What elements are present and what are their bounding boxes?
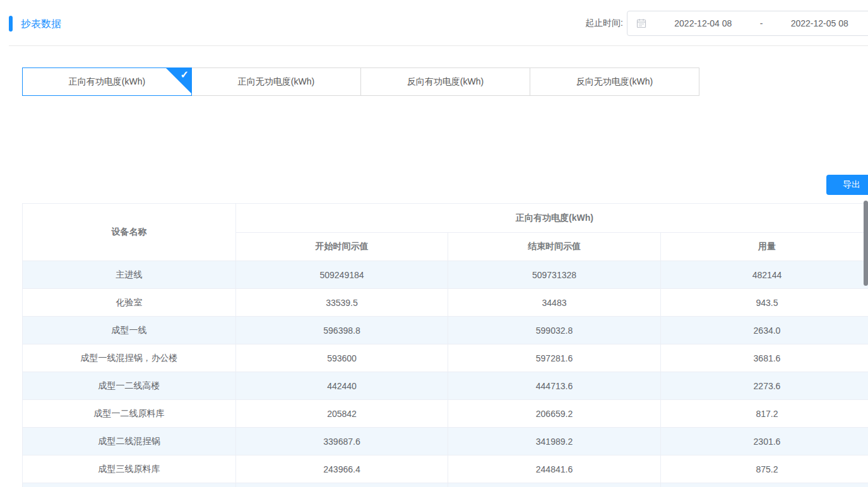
- table-row: 成型一二线高楼 442440 444713.6 2273.6: [23, 372, 868, 400]
- title-accent-bar: [9, 16, 13, 32]
- table-row: 主进线 509249184 509731328 482144: [23, 261, 868, 289]
- vertical-scrollbar[interactable]: [864, 201, 868, 286]
- usage-value-cell: [661, 483, 868, 487]
- tab-label: 反向无功电度(kWh): [576, 76, 653, 88]
- usage-value-cell: 482144: [661, 261, 868, 289]
- energy-type-tabs: 正向有功电度(kWh) ✓ 正向无功电度(kWh) 反向有功电度(kWh) 反向…: [22, 67, 699, 96]
- meter-data-table: 设备名称 正向有功电度(kWh) 开始时间示值 结束时间示值 用量 主进线 50…: [22, 203, 868, 487]
- tab-reverse-reactive-energy[interactable]: 反向无功电度(kWh): [530, 67, 699, 96]
- table-row: 成型一二线原料库 205842 206659.2 817.2: [23, 400, 868, 428]
- start-value-cell: 442440: [236, 372, 448, 400]
- end-value-cell: 34483: [448, 289, 661, 317]
- device-name-cell: 成型三线原料库: [23, 455, 236, 483]
- check-icon: ✓: [181, 69, 189, 81]
- end-value-cell: 597281.6: [448, 344, 661, 372]
- column-group-header: 正向有功电度(kWh): [236, 204, 868, 233]
- usage-value-cell: 875.2: [661, 455, 868, 483]
- end-value-cell: 244841.6: [448, 455, 661, 483]
- usage-value-cell: 3681.6: [661, 344, 868, 372]
- date-range-label: 起止时间:: [585, 18, 623, 29]
- start-value-cell: 596398.8: [236, 317, 448, 344]
- device-name-cell: [23, 483, 236, 487]
- date-separator: -: [758, 18, 766, 28]
- start-value-cell: 243966.4: [236, 455, 448, 483]
- device-name-cell: 成型一线混捏锅，办公楼: [23, 344, 236, 372]
- tab-label: 反向有功电度(kWh): [407, 76, 484, 88]
- table-row: 成型一线混捏锅，办公楼 593600 597281.6 3681.6: [23, 344, 868, 372]
- end-value-cell: 444713.6: [448, 372, 661, 400]
- device-name-cell: 成型二线混捏锅: [23, 428, 236, 455]
- device-name-cell: 化验室: [23, 289, 236, 317]
- table-row: 成型一线 596398.8 599032.8 2634.0: [23, 317, 868, 344]
- calendar-icon: [636, 18, 646, 28]
- device-name-cell: 成型一线: [23, 317, 236, 344]
- usage-value-cell: 943.5: [661, 289, 868, 317]
- device-name-cell: 成型一二线高楼: [23, 372, 236, 400]
- end-value-cell: 206659.2: [448, 400, 661, 428]
- column-header-device: 设备名称: [23, 204, 236, 261]
- start-value-cell: 205842: [236, 400, 448, 428]
- usage-value-cell: 2634.0: [661, 317, 868, 344]
- start-value-cell: 339687.6: [236, 428, 448, 455]
- start-value-cell: 33539.5: [236, 289, 448, 317]
- tab-forward-reactive-energy[interactable]: 正向无功电度(kWh): [191, 67, 361, 96]
- table-body: 主进线 509249184 509731328 482144 化验室 33539…: [23, 261, 868, 487]
- device-name-cell: 成型一二线原料库: [23, 400, 236, 428]
- start-value-cell: 509249184: [236, 261, 448, 289]
- end-value-cell: 509731328: [448, 261, 661, 289]
- usage-value-cell: 817.2: [661, 400, 868, 428]
- table-row: 成型三线原料库 243966.4 244841.6 875.2: [23, 455, 868, 483]
- table-row: 成型二线混捏锅 339687.6 341989.2 2301.6: [23, 428, 868, 455]
- page-title: 抄表数据: [21, 18, 61, 31]
- date-range-picker[interactable]: 2022-12-04 08 - 2022-12-05 08: [627, 11, 868, 36]
- table-row: [23, 483, 868, 487]
- date-range-filter: 起止时间: 2022-12-04 08 - 2022-12-05 08: [585, 11, 868, 36]
- start-value-cell: [236, 483, 448, 487]
- usage-value-cell: 2273.6: [661, 372, 868, 400]
- header-divider: [9, 45, 868, 46]
- column-header-start-value: 开始时间示值: [236, 233, 448, 261]
- end-value-cell: 599032.8: [448, 317, 661, 344]
- end-date-value[interactable]: 2022-12-05 08: [765, 18, 868, 28]
- start-value-cell: 593600: [236, 344, 448, 372]
- end-value-cell: [448, 483, 661, 487]
- column-header-usage: 用量: [661, 233, 868, 261]
- tab-forward-active-energy[interactable]: 正向有功电度(kWh) ✓: [22, 67, 192, 96]
- export-button[interactable]: 导出: [826, 175, 868, 195]
- usage-value-cell: 2301.6: [661, 428, 868, 455]
- tab-label: 正向无功电度(kWh): [238, 76, 314, 88]
- device-name-cell: 主进线: [23, 261, 236, 289]
- end-value-cell: 341989.2: [448, 428, 661, 455]
- table-row: 化验室 33539.5 34483 943.5: [23, 289, 868, 317]
- start-date-value[interactable]: 2022-12-04 08: [649, 18, 758, 28]
- column-header-end-value: 结束时间示值: [448, 233, 661, 261]
- page: 抄表数据 起止时间: 2022-12-04 08 - 2022-12-05 08…: [0, 0, 868, 487]
- tab-label: 正向有功电度(kWh): [69, 76, 145, 88]
- tab-reverse-active-energy[interactable]: 反向有功电度(kWh): [360, 67, 530, 96]
